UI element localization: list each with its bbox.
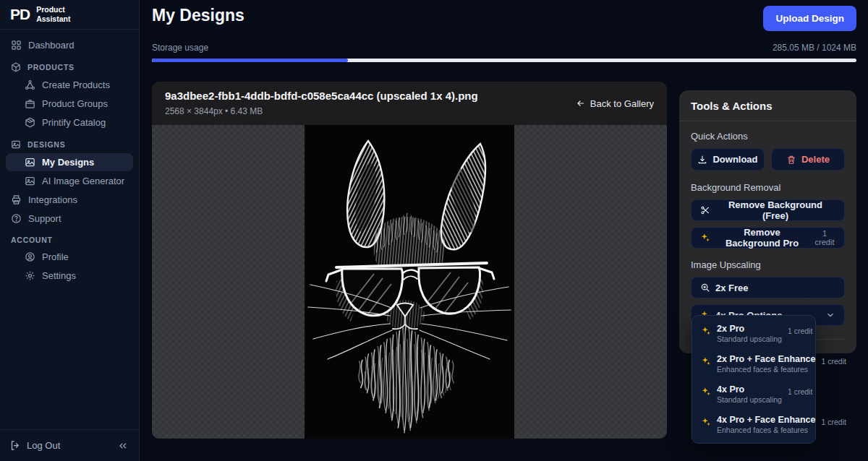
delete-label: Delete	[801, 154, 830, 165]
remove-background-pro-button[interactable]: Remove Background Pro 1 credit	[691, 227, 845, 249]
help-icon	[11, 213, 22, 224]
back-to-gallery-link[interactable]: Back to Gallery	[576, 98, 654, 109]
rabbit-artwork	[305, 125, 514, 439]
upscale-option-subtitle: Standard upscaling	[717, 335, 782, 345]
upscale-option-2x-pro[interactable]: 2x ProStandard upscaling1 credit	[695, 319, 812, 349]
sidebar-item-label: ACCOUNT	[11, 236, 53, 244]
upscale-2x-free-label: 2x Free	[715, 283, 749, 293]
credit-badge: 1 credit	[814, 229, 835, 246]
download-label: Download	[712, 154, 757, 165]
printer-icon	[11, 194, 22, 205]
file-meta: 2568 × 3844px • 6.43 MB	[165, 106, 263, 116]
upscale-option-4x-pro[interactable]: 4x ProStandard upscaling1 credit	[695, 379, 812, 410]
storage-progress-fill	[152, 59, 348, 62]
sidebar-item-label: Printify Catalog	[42, 117, 106, 128]
credit-badge: 1 credit	[822, 353, 846, 366]
sparkles-icon	[701, 417, 711, 427]
background-removal-label: Background Removal	[691, 182, 845, 193]
upscale-option-subtitle: Enhanced faces & features	[717, 365, 816, 375]
remove-background-free-button[interactable]: Remove Background (Free)	[691, 199, 845, 221]
grid-icon	[11, 40, 22, 51]
file-info: 9a3dbee2-fbb1-4ddb-bdfd-c058e5ca44cc (up…	[165, 90, 478, 117]
logout-button[interactable]: Log Out	[10, 440, 60, 451]
logout-label: Log Out	[27, 440, 60, 451]
upload-design-button[interactable]: Upload Design	[763, 6, 856, 31]
tools-panel-title: Tools & Actions	[679, 90, 856, 121]
brand: PD Product Assistant	[0, 0, 139, 30]
sidebar-item-integrations[interactable]: Integrations	[6, 191, 133, 209]
gear-icon	[25, 270, 35, 281]
trash-icon	[786, 155, 796, 165]
delete-button[interactable]: Delete	[771, 148, 845, 171]
cube-icon	[11, 62, 21, 72]
upscale-options-menu: 2x ProStandard upscaling1 credit2x Pro +…	[692, 315, 816, 444]
upscale-option-title: 4x Pro + Face Enhance	[717, 414, 816, 426]
credit-badge: 1 credit	[788, 384, 812, 396]
storage-progress-bar	[152, 59, 856, 62]
app-name: Product Assistant	[36, 5, 70, 23]
sidebar-item-printify-catalog[interactable]: Printify Catalog	[6, 113, 133, 132]
sidebar-item-create-products[interactable]: Create Products	[6, 76, 133, 94]
sidebar-item-dashboard[interactable]: Dashboard	[6, 36, 133, 54]
image-upscaling-label: Image Upscaling	[691, 259, 845, 270]
upscale-option-title: 2x Pro + Face Enhance	[717, 353, 816, 365]
app-name-line2: Assistant	[36, 14, 70, 23]
sidebar-item-label: Profile	[42, 251, 69, 262]
collapse-sidebar-icon[interactable]	[117, 440, 129, 452]
page-title: My Designs	[152, 6, 244, 25]
download-button[interactable]: Download	[691, 148, 765, 171]
sidebar-item-label: Dashboard	[28, 40, 75, 51]
download-icon	[697, 155, 707, 165]
app-name-line1: Product	[36, 5, 65, 14]
storage-label: Storage usage	[152, 43, 208, 53]
sparkles-icon	[701, 356, 711, 366]
chevron-down-icon	[825, 310, 835, 320]
sidebar-item-label: Create Products	[42, 79, 110, 90]
sidebar-item-settings[interactable]: Settings	[6, 267, 133, 285]
tools-actions-panel: Tools & Actions Quick Actions Download D…	[679, 90, 856, 353]
sidebar-item-support[interactable]: Support	[6, 210, 133, 228]
sidebar-section-products: PRODUCTS	[6, 55, 133, 75]
sparkles-icon	[701, 326, 711, 336]
sidebar-item-ai-image-generator[interactable]: AI Image Generator	[6, 172, 133, 190]
upscale-2x-free-button[interactable]: 2x Free	[691, 277, 845, 298]
upscale-option-title: 2x Pro	[717, 323, 782, 335]
sidebar-item-label: Settings	[42, 270, 76, 281]
sidebar-item-label: Product Groups	[42, 98, 108, 109]
sidebar-section-account: ACCOUNT	[6, 228, 133, 247]
sidebar-item-label: DESIGNS	[27, 140, 65, 149]
sidebar: PD Product Assistant DashboardPRODUCTSCr…	[0, 0, 140, 461]
storage-usage: Storage usage 285.05 MB / 1024 MB	[152, 43, 856, 62]
sidebar-item-label: Integrations	[28, 194, 77, 205]
main-content: My Designs Upload Design Storage usage 2…	[140, 0, 868, 461]
nodes-icon	[25, 79, 35, 90]
scissors-icon	[700, 205, 710, 215]
app-logo: PD	[10, 6, 30, 23]
upscale-option-title: 4x Pro	[717, 384, 782, 395]
sidebar-item-label: My Designs	[42, 157, 94, 168]
remove-background-pro-label: Remove Background Pro	[715, 227, 809, 249]
credit-badge: 1 credit	[788, 323, 812, 335]
upscale-option-4x-pro-face-enhance[interactable]: 4x Pro + Face EnhanceEnhanced faces & fe…	[695, 410, 812, 440]
sparkles-icon	[701, 387, 711, 397]
credit-badge: 1 credit	[822, 414, 846, 426]
logout-icon	[10, 440, 21, 451]
upscale-option-subtitle: Enhanced faces & features	[717, 426, 816, 436]
transparency-canvas	[152, 125, 667, 439]
sidebar-section-designs: DESIGNS	[6, 132, 133, 152]
back-to-gallery-label: Back to Gallery	[590, 98, 654, 109]
sidebar-nav: DashboardPRODUCTSCreate ProductsProduct …	[0, 30, 139, 429]
sidebar-item-profile[interactable]: Profile	[6, 248, 133, 266]
image-icon	[25, 157, 35, 168]
logout-bar: Log Out	[0, 429, 139, 461]
sidebar-item-label: AI Image Generator	[42, 176, 124, 186]
sidebar-item-product-groups[interactable]: Product Groups	[6, 95, 133, 113]
arrow-left-icon	[576, 98, 586, 108]
sidebar-item-label: Support	[28, 213, 61, 224]
design-viewer-card: 9a3dbee2-fbb1-4ddb-bdfd-c058e5ca44cc (up…	[152, 82, 667, 439]
sidebar-item-my-designs[interactable]: My Designs	[6, 153, 133, 171]
upscale-option-2x-pro-face-enhance[interactable]: 2x Pro + Face EnhanceEnhanced faces & fe…	[695, 349, 812, 379]
page-header: My Designs Upload Design	[152, 6, 856, 31]
sidebar-item-label: PRODUCTS	[27, 63, 75, 72]
user-icon	[25, 251, 35, 262]
